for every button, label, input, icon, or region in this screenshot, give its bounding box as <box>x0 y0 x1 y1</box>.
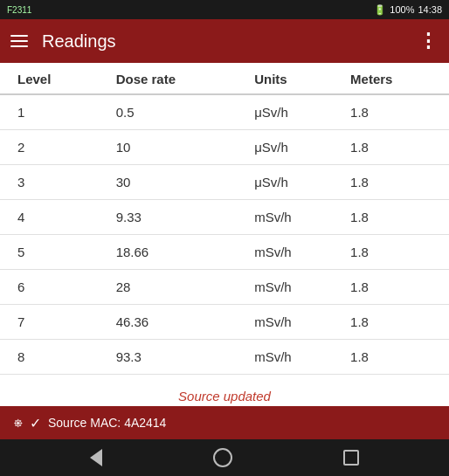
cell-dose-rate: 46.36 <box>109 305 248 340</box>
app-title: Readings <box>42 31 404 52</box>
home-button[interactable] <box>213 448 232 467</box>
cell-units: mSv/h <box>247 270 343 305</box>
table-row: 3 30 μSv/h 1.8 <box>0 165 449 200</box>
table-header-row: Level Dose rate Units Meters <box>0 63 449 94</box>
cell-level: 7 <box>0 305 109 340</box>
table-row: 6 28 mSv/h 1.8 <box>0 270 449 305</box>
cell-level: 6 <box>0 270 109 305</box>
cell-meters: 1.8 <box>343 305 449 340</box>
phone-wrapper: F2311 🔋 100% 14:38 Readings ⋮ Level Dose… <box>0 0 449 476</box>
cell-level: 1 <box>0 94 109 130</box>
source-mac-text: Source MAC: 4A2414 <box>48 416 166 430</box>
back-button[interactable] <box>90 449 102 466</box>
more-options-button[interactable]: ⋮ <box>418 30 439 52</box>
check-icon: ✓ <box>30 415 41 431</box>
clock: 14:38 <box>418 4 442 15</box>
cell-units: μSv/h <box>247 130 343 165</box>
cell-level: 5 <box>0 235 109 270</box>
cell-level: 8 <box>0 340 109 375</box>
cell-meters: 1.8 <box>343 200 449 235</box>
app-bar: Readings ⋮ <box>0 19 449 63</box>
cell-meters: 1.8 <box>343 94 449 130</box>
status-bar-left: F2311 <box>7 5 31 15</box>
cell-units: μSv/h <box>247 94 343 130</box>
cell-dose-rate: 9.33 <box>109 200 248 235</box>
back-triangle-icon <box>90 449 102 466</box>
cell-meters: 1.8 <box>343 130 449 165</box>
col-header-units: Units <box>247 63 343 94</box>
cell-meters: 1.8 <box>343 165 449 200</box>
table-row: 7 46.36 mSv/h 1.8 <box>0 305 449 340</box>
readings-table: Level Dose rate Units Meters 1 0.5 μSv/h… <box>0 63 449 375</box>
cell-dose-rate: 10 <box>109 130 248 165</box>
cell-dose-rate: 30 <box>109 165 248 200</box>
cell-meters: 1.8 <box>343 270 449 305</box>
cell-units: mSv/h <box>247 305 343 340</box>
status-bar: F2311 🔋 100% 14:38 <box>0 0 449 19</box>
status-bar-right: 🔋 100% 14:38 <box>374 4 442 16</box>
cell-dose-rate: 28 <box>109 270 248 305</box>
cell-level: 4 <box>0 200 109 235</box>
table-row: 4 9.33 mSv/h 1.8 <box>0 200 449 235</box>
cell-dose-rate: 18.66 <box>109 235 248 270</box>
recents-button[interactable] <box>343 450 359 466</box>
table-row: 8 93.3 mSv/h 1.8 <box>0 340 449 375</box>
cell-dose-rate: 0.5 <box>109 94 248 130</box>
table-container: Level Dose rate Units Meters 1 0.5 μSv/h… <box>0 63 449 406</box>
bluetooth-icon: ⎈ <box>14 415 23 431</box>
source-updated-label: Source updated <box>0 375 449 406</box>
col-header-meters: Meters <box>343 63 449 94</box>
cell-meters: 1.8 <box>343 340 449 375</box>
app-id: F2311 <box>7 5 31 15</box>
nav-bar <box>0 439 449 476</box>
cell-units: mSv/h <box>247 235 343 270</box>
cell-units: mSv/h <box>247 340 343 375</box>
col-header-dose-rate: Dose rate <box>109 63 248 94</box>
battery-percent: 100% <box>390 4 414 15</box>
table-row: 2 10 μSv/h 1.8 <box>0 130 449 165</box>
bottom-bar: ⎈ ✓ Source MAC: 4A2414 <box>0 406 449 439</box>
recent-square-icon <box>343 450 359 466</box>
cell-meters: 1.8 <box>343 235 449 270</box>
cell-dose-rate: 93.3 <box>109 340 248 375</box>
table-row: 5 18.66 mSv/h 1.8 <box>0 235 449 270</box>
cell-units: μSv/h <box>247 165 343 200</box>
table-row: 1 0.5 μSv/h 1.8 <box>0 94 449 130</box>
col-header-level: Level <box>0 63 109 94</box>
cell-level: 2 <box>0 130 109 165</box>
home-circle-icon <box>213 448 232 467</box>
cell-level: 3 <box>0 165 109 200</box>
hamburger-menu-button[interactable] <box>10 35 28 47</box>
battery-icon: 🔋 <box>374 4 386 16</box>
cell-units: mSv/h <box>247 200 343 235</box>
